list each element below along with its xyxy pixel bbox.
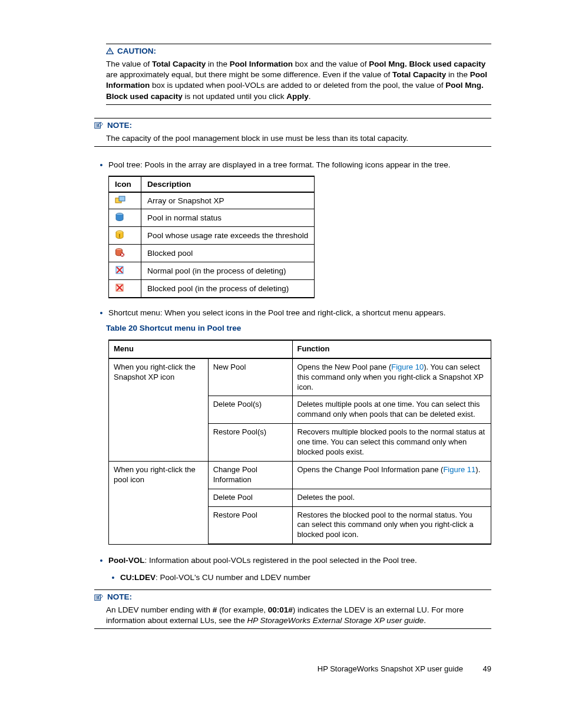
note-body: An LDEV number ending with # (for exampl… [106, 605, 491, 626]
cell-description: Pool in normal status [141, 209, 315, 226]
pool-tree-bullet: • Pool tree: Pools in the array are disp… [94, 160, 491, 171]
note-heading: NOTE: [94, 121, 491, 130]
note-body: The capacity of the pool management bloc… [106, 133, 491, 144]
table-row: Normal pool (in the process of deleting) [109, 262, 315, 279]
shortcut-menu-bullet: • Shortcut menu: When you select icons i… [94, 308, 491, 319]
table-row: Array or Snapshot XP [109, 192, 315, 209]
array-snapshot-xp-icon [115, 197, 125, 206]
caution-body: The value of Total Capacity in the Pool … [106, 59, 491, 102]
note-admonition: NOTE: The capacity of the pool managemen… [94, 118, 491, 147]
menu-command: Delete Pool [208, 489, 292, 506]
menu-command: Delete Pool(s) [208, 396, 292, 424]
table-row: When you right-click the pool icon Chang… [109, 461, 491, 489]
table-row: Blocked pool [109, 244, 315, 262]
icon-description-table: Icon Description Array or Snapshot XP Po… [108, 176, 315, 298]
note-label: NOTE: [107, 121, 132, 130]
pool-threshold-icon: ! [115, 232, 124, 241]
caution-admonition: CAUTION: The value of Total Capacity in … [106, 44, 491, 105]
page-footer: HP StorageWorks Snapshot XP user guide 4… [94, 664, 491, 673]
bullet-text: Pool tree: Pools in the array are displa… [108, 160, 451, 170]
footer-text: HP StorageWorks Snapshot XP user guide [318, 664, 463, 673]
menu-function: Recovers multiple blocked pools to the n… [292, 424, 491, 462]
bullet-icon: • [94, 160, 108, 171]
note-pencil-icon [94, 593, 104, 601]
page-number: 49 [483, 664, 491, 673]
col-menu: Menu [109, 340, 293, 358]
note-label: NOTE: [107, 592, 132, 601]
menu-function: Restores the blocked pool to the normal … [292, 506, 491, 544]
note-pencil-icon [94, 121, 104, 129]
table-header-row: Icon Description [109, 176, 315, 192]
table-row: Pool in normal status [109, 209, 315, 226]
table-20-title: Table 20 Shortcut menu in Pool tree [106, 324, 491, 332]
caution-label: CAUTION: [117, 47, 156, 55]
cell-description: Array or Snapshot XP [141, 192, 315, 209]
menu-command: New Pool [208, 358, 292, 396]
note-heading: NOTE: [94, 592, 491, 601]
table-row: ! Pool whose usage rate exceeds the thre… [109, 226, 315, 244]
col-description: Description [141, 176, 315, 192]
bullet-icon: • [94, 308, 108, 319]
pool-normal-icon [115, 215, 124, 223]
bullet-icon: • [94, 555, 108, 566]
menu-command: Restore Pool(s) [208, 424, 292, 462]
table-row: When you right-click the Snapshot XP ico… [109, 358, 491, 396]
culdev-bullet: • CU:LDEV: Pool-VOL's CU number and LDEV… [106, 572, 491, 584]
bullet-text: Pool-VOL: Information about pool-VOLs re… [108, 555, 417, 566]
bullet-text: CU:LDEV: Pool-VOL's CU number and LDEV n… [120, 572, 310, 583]
col-icon: Icon [109, 176, 141, 192]
bullet-icon: • [106, 572, 120, 584]
note-admonition: NOTE: An LDEV number ending with # (for … [94, 589, 491, 629]
menu-group: When you right-click the pool icon [109, 461, 209, 544]
cell-description: Normal pool (in the process of deleting) [141, 262, 315, 279]
svg-rect-5 [119, 196, 125, 201]
col-function: Function [292, 340, 491, 358]
cell-description: Blocked pool (in the process of deleting… [141, 279, 315, 298]
pool-blocked-icon [115, 250, 124, 259]
poolvol-bullet: • Pool-VOL: Information about pool-VOLs … [94, 555, 491, 566]
menu-function: Deletes the pool. [292, 489, 491, 506]
shortcut-menu-table: Menu Function When you right-click the S… [108, 340, 491, 545]
menu-group: When you right-click the Snapshot XP ico… [109, 358, 209, 462]
pool-normal-deleting-icon [115, 268, 124, 276]
cell-description: Pool whose usage rate exceeds the thresh… [141, 226, 315, 244]
cell-description: Blocked pool [141, 244, 315, 262]
menu-function: Opens the New Pool pane (Figure 10). You… [292, 358, 491, 396]
table-header-row: Menu Function [109, 340, 491, 358]
svg-text:!: ! [119, 233, 121, 239]
menu-function: Opens the Change Pool Information pane (… [292, 461, 491, 489]
menu-command: Change Pool Information [208, 461, 292, 489]
caution-triangle-icon [106, 47, 114, 55]
table-row: Blocked pool (in the process of deleting… [109, 279, 315, 298]
menu-command: Restore Pool [208, 506, 292, 544]
pool-blocked-deleting-icon [115, 285, 124, 294]
page-content: CAUTION: The value of Total Capacity in … [0, 0, 562, 697]
menu-function: Deletes multiple pools at one time. You … [292, 396, 491, 424]
bullet-text: Shortcut menu: When you select icons in … [108, 308, 446, 318]
caution-heading: CAUTION: [106, 47, 491, 55]
